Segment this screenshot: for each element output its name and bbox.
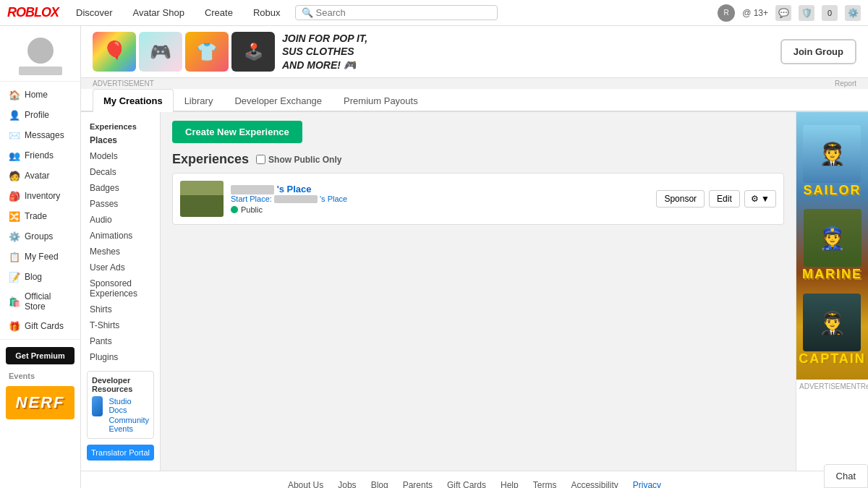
create-new-experience-button[interactable]: Create New Experience — [172, 121, 302, 143]
sidebar-item-home[interactable]: 🏠 Home — [0, 85, 80, 105]
tab-developer-exchange[interactable]: Developer Exchange — [224, 89, 333, 112]
nav-robux[interactable]: Robux — [250, 7, 284, 18]
left-nav-places[interactable]: Places — [81, 132, 160, 148]
gift-icon: 🎁 — [9, 320, 20, 332]
search-input[interactable] — [316, 7, 491, 18]
left-nav-plugins[interactable]: Plugins — [81, 349, 160, 365]
shield-icon[interactable]: 🛡️ — [799, 5, 814, 21]
footer-gift-cards[interactable]: Gift Cards — [447, 480, 486, 488]
sidebar-item-messages[interactable]: ✉️ Messages — [0, 125, 80, 145]
ad-text: JOIN FOR POP IT,SUS CLOTHESAND MORE! 🎮 — [282, 32, 773, 72]
sidebar-item-groups[interactable]: ⚙️ Groups — [0, 226, 80, 247]
thumbnail-top — [180, 181, 224, 195]
dev-link-community[interactable]: Community Events — [109, 415, 149, 434]
settings-icon[interactable]: ⚙️ — [845, 5, 861, 21]
sidebar-item-myfeed[interactable]: 📋 My Feed — [0, 247, 80, 267]
sidebar-label-messages: Messages — [25, 130, 64, 140]
sidebar-username: username — [19, 67, 62, 75]
left-nav-meshes[interactable]: Meshes — [81, 244, 160, 260]
left-nav-shirts[interactable]: Shirts — [81, 301, 160, 317]
nav-right-section: R @ 13+ 💬 🛡️ 0 ⚙️ — [718, 4, 861, 22]
messages-icon: ✉️ — [9, 129, 20, 141]
start-place-suffix: 's Place — [320, 194, 347, 203]
events-banner[interactable]: NERF — [6, 386, 75, 419]
left-nav-tshirts[interactable]: T-Shirts — [81, 317, 160, 333]
sidebar-item-friends[interactable]: 👥 Friends — [0, 145, 80, 166]
chat-icon[interactable]: 💬 — [775, 5, 791, 21]
left-nav-audio[interactable]: Audio — [81, 212, 160, 228]
left-nav-user-ads[interactable]: User Ads — [81, 260, 160, 275]
show-public-checkbox[interactable] — [256, 155, 265, 164]
tab-library[interactable]: Library — [174, 89, 224, 112]
chat-bar[interactable]: Chat — [824, 464, 868, 488]
footer-about-us[interactable]: About Us — [288, 480, 323, 488]
page-layout: username 🏠 Home 👤 Profile ✉️ Messages 👥 … — [0, 26, 868, 488]
right-section: 🎈 🎮 👕 🕹️ JOIN FOR POP IT,SUS CLOTHESAND … — [81, 26, 868, 488]
show-public-only-label[interactable]: Show Public Only — [256, 155, 341, 165]
tab-premium-payouts[interactable]: Premium Payouts — [333, 89, 429, 112]
search-bar[interactable]: 🔍 — [295, 5, 498, 20]
sidebar-label-groups: Groups — [25, 231, 53, 241]
groups-icon: ⚙️ — [9, 231, 20, 242]
sidebar-item-inventory[interactable]: 🎒 Inventory — [0, 186, 80, 206]
left-nav-models[interactable]: Models — [81, 148, 160, 164]
experience-status: Public — [231, 205, 649, 214]
left-nav-decals[interactable]: Decals — [81, 164, 160, 180]
left-nav-passes[interactable]: Passes — [81, 196, 160, 212]
marine-image: 👮 — [804, 209, 861, 267]
right-ad: 🧑‍✈️ SAILOR 👮 MARINE 👨‍✈️ CAPTAIN — [796, 112, 868, 471]
tab-my-creations[interactable]: My Creations — [93, 89, 174, 112]
sidebar-item-blog[interactable]: 📝 Blog — [0, 267, 80, 287]
get-premium-button[interactable]: Get Premium — [6, 347, 75, 364]
sidebar-label-home: Home — [25, 90, 48, 100]
sidebar-item-profile[interactable]: 👤 Profile — [0, 105, 80, 125]
feed-icon: 📋 — [9, 251, 20, 262]
left-nav-sponsored[interactable]: Sponsored Experiences — [81, 275, 160, 301]
footer-privacy[interactable]: Privacy — [633, 480, 661, 488]
right-report-link[interactable]: Report — [861, 382, 868, 390]
sidebar-item-official-store[interactable]: 🛍️ Official Store — [0, 287, 80, 316]
footer-jobs[interactable]: Jobs — [338, 480, 356, 488]
left-nav-pants[interactable]: Pants — [81, 333, 160, 349]
report-link[interactable]: Report — [835, 80, 856, 87]
home-icon: 🏠 — [9, 89, 20, 100]
sailor-image: 🧑‍✈️ — [803, 125, 861, 183]
join-group-button[interactable]: Join Group — [780, 39, 856, 64]
thumbnail-bottom — [180, 195, 224, 217]
trade-icon: 🔀 — [9, 210, 20, 222]
footer-blog[interactable]: Blog — [371, 480, 388, 488]
translator-portal-button[interactable]: Translator Portal — [87, 445, 154, 461]
store-icon: 🛍️ — [9, 296, 20, 307]
settings-button[interactable]: ⚙ ▼ — [744, 190, 776, 207]
sponsor-button[interactable]: Sponsor — [656, 190, 705, 207]
sidebar-label-profile: Profile — [25, 110, 49, 120]
ad-images: 🎈 🎮 👕 🕹️ — [93, 32, 275, 72]
experience-info: 's Place Start Place: 's Place Public — [231, 184, 649, 215]
sidebar: username 🏠 Home 👤 Profile ✉️ Messages 👥 … — [0, 26, 81, 488]
left-nav-section-experiences: Experiences — [81, 118, 160, 132]
username-display: @ 13+ — [742, 8, 768, 18]
notification-icon[interactable]: 0 — [822, 5, 838, 21]
nav-avatar-shop[interactable]: Avatar Shop — [130, 7, 187, 18]
experience-name[interactable]: 's Place — [231, 184, 649, 194]
sidebar-item-trade[interactable]: 🔀 Trade — [0, 206, 80, 226]
sidebar-label-friends: Friends — [25, 150, 54, 160]
footer-parents[interactable]: Parents — [403, 480, 433, 488]
left-nav-badges[interactable]: Badges — [81, 180, 160, 196]
footer-terms[interactable]: Terms — [533, 480, 557, 488]
nav-create[interactable]: Create — [202, 7, 236, 18]
sidebar-avatar-section: username — [0, 32, 80, 82]
nav-discover[interactable]: Discover — [73, 7, 116, 18]
dev-resource-icon — [92, 396, 103, 416]
edit-button[interactable]: Edit — [709, 190, 740, 207]
footer-help[interactable]: Help — [501, 480, 519, 488]
dev-links: Studio Docs Community Events — [109, 396, 149, 434]
left-nav-animations[interactable]: Animations — [81, 228, 160, 244]
sidebar-item-gift-cards[interactable]: 🎁 Gift Cards — [0, 316, 80, 336]
footer-accessibility[interactable]: Accessibility — [571, 480, 618, 488]
dev-link-studio-docs[interactable]: Studio Docs — [109, 396, 149, 415]
sidebar-item-avatar[interactable]: 🧑 Avatar — [0, 166, 80, 186]
search-icon: 🔍 — [302, 7, 313, 18]
right-advertisement-label: ADVERTISEMENT — [799, 382, 861, 390]
nerf-logo: NERF — [16, 393, 65, 412]
